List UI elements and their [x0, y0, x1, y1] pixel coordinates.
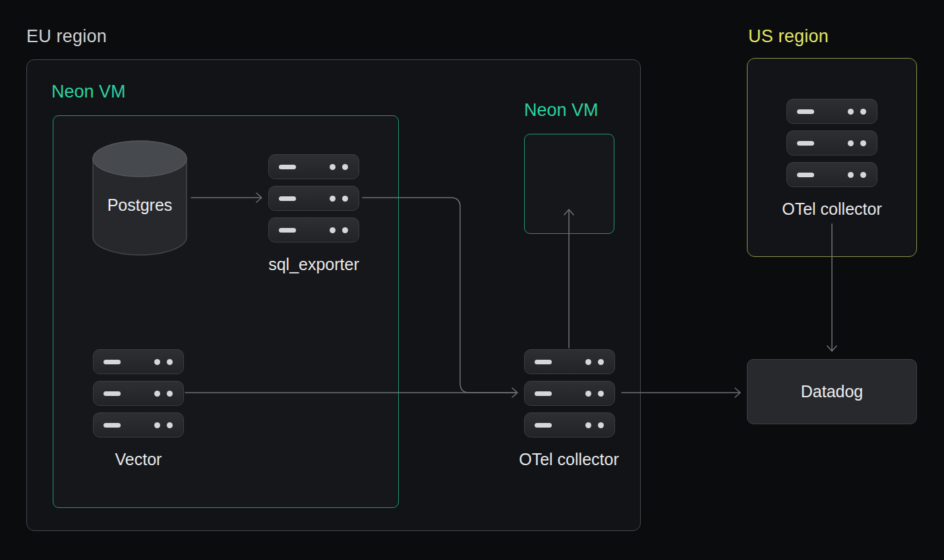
neon-vm-secondary-box — [524, 134, 614, 234]
server-leds-icon — [585, 359, 604, 365]
server-dash-icon — [279, 228, 296, 233]
server-row — [93, 412, 184, 437]
datadog-label: Datadog — [801, 382, 864, 401]
server-row — [524, 412, 615, 437]
otel-collector-us-label: OTel collector — [766, 200, 898, 219]
diagram-canvas: EU region Neon VM Neon VM US region Post… — [0, 0, 944, 560]
server-leds-icon — [154, 391, 173, 397]
server-leds-icon — [848, 140, 866, 146]
server-leds-icon — [330, 164, 348, 170]
otel-collector-us-servers — [786, 99, 877, 187]
neon-vm-secondary-label: Neon VM — [524, 100, 599, 121]
arrowhead-down-icon — [827, 346, 837, 351]
eu-region-label: EU region — [26, 26, 107, 47]
server-leds-icon — [585, 422, 604, 428]
server-dash-icon — [279, 165, 296, 169]
otel-collector-eu-servers — [524, 349, 615, 437]
postgres-label: Postgres — [92, 196, 188, 215]
server-dash-icon — [103, 423, 121, 428]
server-row — [786, 99, 877, 124]
server-leds-icon — [848, 172, 866, 178]
server-leds-icon — [154, 359, 173, 365]
vector-servers — [93, 349, 184, 437]
server-row — [524, 349, 615, 374]
server-dash-icon — [535, 423, 552, 428]
server-row — [93, 349, 184, 374]
server-dash-icon — [103, 391, 121, 396]
server-row — [93, 381, 184, 406]
server-dash-icon — [797, 109, 814, 114]
sql-exporter-label: sql_exporter — [248, 255, 380, 274]
server-dash-icon — [797, 173, 814, 177]
server-row — [268, 154, 359, 179]
server-leds-icon — [585, 391, 604, 397]
server-leds-icon — [154, 422, 173, 428]
server-row — [268, 217, 359, 242]
server-row — [268, 186, 359, 211]
server-row — [786, 162, 877, 187]
otel-collector-eu-label: OTel collector — [503, 450, 635, 469]
neon-vm-main-label: Neon VM — [51, 82, 126, 102]
vector-label: Vector — [73, 450, 204, 469]
server-dash-icon — [279, 196, 296, 201]
server-dash-icon — [103, 360, 121, 364]
server-leds-icon — [330, 196, 348, 202]
us-region-label: US region — [748, 26, 829, 47]
server-row — [524, 381, 615, 406]
server-dash-icon — [535, 391, 552, 396]
server-row — [786, 130, 877, 155]
sql-exporter-servers — [268, 154, 359, 242]
server-dash-icon — [797, 141, 814, 146]
arrowhead-right-icon — [735, 388, 740, 397]
server-leds-icon — [330, 227, 348, 233]
server-dash-icon — [535, 360, 552, 364]
server-leds-icon — [848, 109, 866, 115]
datadog-node: Datadog — [747, 359, 917, 424]
